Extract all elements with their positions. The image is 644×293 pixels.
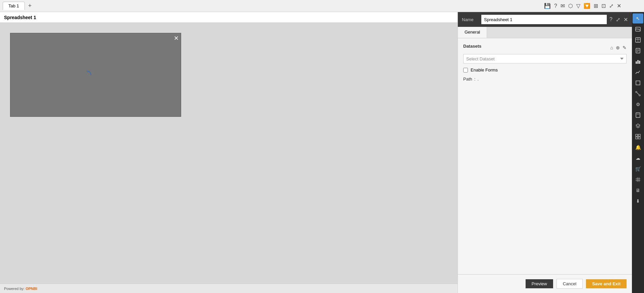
- tabs-area: Tab 1 +: [3, 2, 34, 10]
- powered-by-label: Powered by: OPNBI: [4, 287, 37, 291]
- tab-general[interactable]: General: [458, 27, 487, 38]
- svg-point-13: [639, 95, 640, 96]
- panel-header-icons: ? ⤢ ✕: [609, 16, 628, 23]
- add-dataset-icon[interactable]: ⊕: [616, 45, 620, 50]
- svg-rect-20: [638, 137, 640, 139]
- path-row: Path : .: [463, 77, 627, 82]
- widget-tool-icon[interactable]: [633, 132, 643, 142]
- close-top-icon[interactable]: ✕: [617, 3, 621, 9]
- page-tool-icon[interactable]: [633, 110, 643, 120]
- right-sidebar: ↖: [632, 12, 644, 293]
- panel-help-icon[interactable]: ?: [609, 16, 612, 22]
- svg-rect-19: [636, 137, 638, 139]
- dataset-select[interactable]: Select Dataset: [463, 54, 627, 63]
- path-value: .: [477, 77, 479, 82]
- grid2-icon[interactable]: ⊞: [594, 3, 598, 9]
- filter2-icon[interactable]: 🔽: [584, 3, 590, 9]
- layers-tool-icon[interactable]: [633, 121, 643, 131]
- save-and-exit-button[interactable]: Save and Exit: [586, 279, 627, 288]
- device-icon[interactable]: ⊡: [601, 3, 606, 9]
- enable-forms-row: Enable Forms: [463, 67, 627, 72]
- name-label: Name: [462, 17, 479, 22]
- cloud-tool-icon[interactable]: ☁: [633, 153, 643, 163]
- datasets-icons: ⌂ ⊕ ✎: [610, 45, 627, 50]
- transform-tool-icon[interactable]: ⚙: [633, 99, 643, 109]
- shape-tool-icon[interactable]: [633, 78, 643, 88]
- svg-rect-15: [636, 113, 640, 117]
- top-icons-bar: 💾 ? ✉ ⬡ ▽ 🔽 ⊞ ⊡ ⤢ ✕: [544, 3, 621, 9]
- main-content: Spreadsheet 1 ✕ Powered by: OPNBI Name ?…: [0, 12, 644, 293]
- mail-icon[interactable]: ✉: [560, 3, 565, 9]
- svg-rect-10: [639, 61, 640, 64]
- loading-indicator: [82, 70, 92, 80]
- panel-header: Name ? ⤢ ✕: [458, 12, 632, 27]
- path-label: Path: [463, 77, 472, 82]
- cart-tool-icon[interactable]: 🛒: [633, 164, 643, 174]
- svg-rect-17: [636, 134, 638, 136]
- svg-rect-8: [636, 61, 637, 64]
- svg-point-12: [636, 91, 637, 93]
- document-tool-icon[interactable]: [633, 46, 643, 56]
- svg-line-14: [637, 93, 639, 95]
- datasets-header: Datasets ⌂ ⊕ ✎: [463, 44, 627, 51]
- share-icon[interactable]: ⬡: [568, 3, 573, 9]
- enable-forms-checkbox[interactable]: [463, 68, 468, 72]
- download-tool-icon[interactable]: ⬇: [633, 196, 643, 206]
- canvas-body: ✕: [0, 23, 458, 284]
- edit-dataset-icon[interactable]: ✎: [623, 45, 627, 50]
- svg-rect-9: [637, 60, 639, 64]
- panel-tabs: General: [458, 27, 632, 38]
- home-icon[interactable]: ⌂: [610, 45, 613, 50]
- monitor-tool-icon[interactable]: 🖥: [633, 185, 643, 195]
- enable-forms-label: Enable Forms: [471, 67, 498, 72]
- expand-icon[interactable]: ⤢: [609, 3, 613, 9]
- svg-rect-18: [638, 134, 640, 136]
- path-separator: :: [474, 77, 476, 82]
- line-chart-tool-icon[interactable]: [633, 67, 643, 77]
- grid-tool-icon[interactable]: [633, 175, 643, 185]
- properties-panel: Name ? ⤢ ✕ General Datasets ⌂ ⊕ ✎ Select…: [458, 12, 632, 293]
- preview-button[interactable]: Preview: [526, 279, 553, 288]
- canvas-header: Spreadsheet 1: [0, 12, 458, 23]
- image-tool-icon[interactable]: [633, 24, 643, 34]
- save-icon[interactable]: 💾: [544, 3, 551, 9]
- bar-chart-tool-icon[interactable]: [633, 56, 643, 66]
- help-icon[interactable]: ?: [554, 3, 557, 9]
- tab-1[interactable]: Tab 1: [3, 2, 25, 10]
- top-bar: Tab 1 + 💾 ? ✉ ⬡ ▽ 🔽 ⊞ ⊡ ⤢ ✕: [0, 0, 644, 12]
- panel-footer: Preview Cancel Save and Exit: [458, 274, 632, 293]
- bell-tool-icon[interactable]: 🔔: [633, 142, 643, 152]
- preview-close-button[interactable]: ✕: [174, 35, 179, 41]
- name-input[interactable]: [481, 15, 607, 24]
- cancel-button[interactable]: Cancel: [556, 279, 583, 289]
- add-tab-button[interactable]: +: [26, 2, 34, 9]
- brand-label: OPNBI: [25, 287, 37, 291]
- connector-tool-icon[interactable]: [633, 89, 643, 99]
- canvas-title: Spreadsheet 1: [4, 15, 36, 20]
- datasets-label: Datasets: [463, 44, 481, 49]
- panel-resize-icon[interactable]: ⤢: [616, 16, 620, 23]
- panel-close-icon[interactable]: ✕: [624, 16, 628, 23]
- panel-body: Datasets ⌂ ⊕ ✎ Select Dataset Enable For…: [458, 38, 632, 274]
- cursor-tool-icon[interactable]: ↖: [633, 13, 643, 23]
- svg-rect-11: [636, 81, 640, 85]
- footer-bar: Powered by: OPNBI: [0, 284, 458, 293]
- table-tool-icon[interactable]: [633, 35, 643, 45]
- canvas-area: Spreadsheet 1 ✕ Powered by: OPNBI: [0, 12, 458, 293]
- filter-icon[interactable]: ▽: [576, 3, 580, 9]
- spreadsheet-preview: ✕: [10, 33, 181, 117]
